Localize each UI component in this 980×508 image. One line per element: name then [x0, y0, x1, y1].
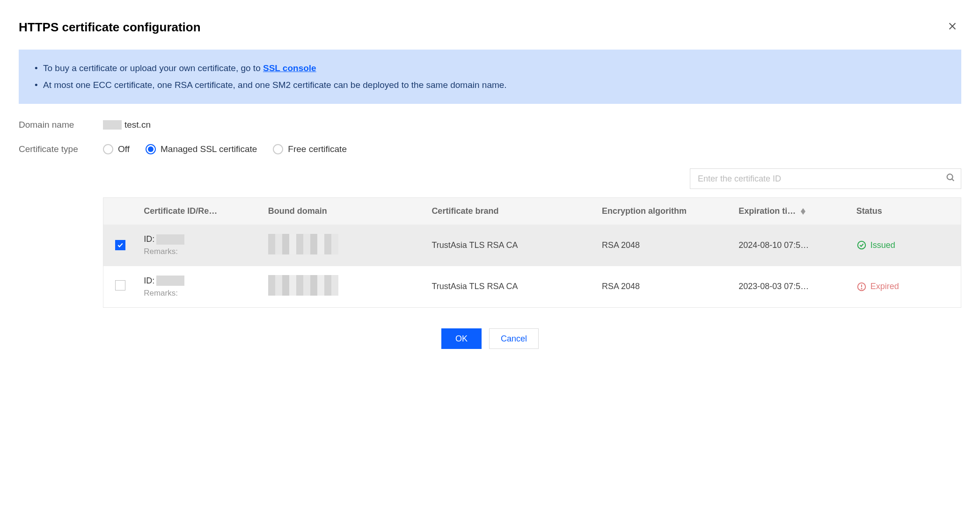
col-expiration-label: Expiration ti…	[739, 206, 796, 216]
redacted-block	[103, 120, 122, 130]
search-row	[103, 168, 961, 189]
check-circle-icon	[856, 240, 867, 250]
table-header-row: Certificate ID/Re… Bound domain Certific…	[103, 198, 961, 225]
radio-off-label: Off	[118, 144, 130, 154]
cancel-button[interactable]: Cancel	[489, 328, 539, 349]
col-brand[interactable]: Certificate brand	[425, 198, 595, 225]
check-icon	[117, 242, 124, 248]
cert-type-row: Certificate type Off Managed SSL certifi…	[19, 144, 961, 154]
col-bound-domain[interactable]: Bound domain	[262, 198, 425, 225]
radio-icon	[146, 144, 156, 154]
cert-type-label: Certificate type	[19, 144, 103, 154]
id-prefix: ID:	[144, 233, 154, 246]
search-input[interactable]	[690, 168, 961, 189]
svg-point-6	[858, 241, 866, 249]
svg-point-2	[947, 174, 953, 180]
cert-type-radio-group: Off Managed SSL certificate Free certifi…	[103, 144, 347, 154]
table-row[interactable]: ID: Remarks: TrustAsia TLS RSA CA RSA 20…	[103, 225, 961, 266]
col-algorithm[interactable]: Encryption algorithm	[595, 198, 732, 225]
sort-icon[interactable]	[801, 208, 805, 215]
redacted-block	[156, 276, 184, 286]
cert-algorithm: RSA 2048	[595, 266, 732, 308]
close-icon	[947, 21, 958, 31]
svg-line-3	[952, 179, 954, 181]
ok-button[interactable]: OK	[441, 328, 482, 349]
close-button[interactable]	[943, 19, 961, 36]
info-line-1-text: To buy a certificate or upload your own …	[43, 63, 263, 73]
domain-value: test.cn	[103, 120, 151, 130]
radio-off[interactable]: Off	[103, 144, 130, 154]
ssl-console-link[interactable]: SSL console	[263, 63, 316, 73]
dialog-title: HTTPS certificate configuration	[19, 20, 201, 35]
domain-row: Domain name test.cn	[19, 120, 961, 130]
table-row[interactable]: ID: Remarks: TrustAsia TLS RSA CA RSA 20…	[103, 266, 961, 308]
col-expiration[interactable]: Expiration ti…	[732, 198, 850, 225]
domain-suffix: test.cn	[124, 120, 151, 130]
cert-id-cell: ID: Remarks:	[144, 275, 255, 299]
domain-label: Domain name	[19, 120, 103, 130]
radio-free[interactable]: Free certificate	[273, 144, 347, 154]
col-cert-id[interactable]: Certificate ID/Re…	[137, 198, 262, 225]
certificate-table: Certificate ID/Re… Bound domain Certific…	[103, 197, 961, 308]
cert-id-cell: ID: Remarks:	[144, 233, 255, 258]
status-text: Issued	[870, 240, 895, 250]
info-line-1: To buy a certificate or upload your own …	[35, 60, 945, 77]
info-banner: To buy a certificate or upload your own …	[19, 50, 961, 104]
redacted-block	[268, 234, 338, 254]
redacted-block	[268, 275, 338, 296]
certificate-section: Certificate ID/Re… Bound domain Certific…	[103, 168, 961, 308]
radio-managed[interactable]: Managed SSL certificate	[146, 144, 257, 154]
radio-free-label: Free certificate	[288, 144, 347, 154]
status-badge: Issued	[856, 240, 954, 250]
search-icon[interactable]	[945, 173, 956, 185]
radio-icon	[103, 144, 113, 154]
status-text: Expired	[870, 282, 899, 291]
id-prefix: ID:	[144, 275, 154, 287]
dialog-footer: OK Cancel	[19, 328, 961, 349]
search-box	[690, 168, 961, 189]
cert-brand: TrustAsia TLS RSA CA	[425, 225, 595, 266]
cert-expiration: 2024-08-10 07:5…	[739, 240, 843, 250]
dialog-header: HTTPS certificate configuration	[19, 19, 961, 36]
status-badge: Expired	[856, 282, 954, 292]
cert-algorithm: RSA 2048	[595, 225, 732, 266]
svg-marker-5	[801, 211, 805, 215]
radio-icon	[273, 144, 283, 154]
col-checkbox	[103, 198, 138, 225]
row-checkbox[interactable]	[115, 240, 125, 250]
cert-brand: TrustAsia TLS RSA CA	[425, 266, 595, 308]
alert-circle-icon	[856, 282, 867, 292]
https-cert-dialog: HTTPS certificate configuration To buy a…	[19, 19, 961, 349]
svg-point-9	[861, 289, 862, 289]
row-checkbox[interactable]	[115, 280, 125, 290]
redacted-block	[156, 234, 184, 245]
remarks-label: Remarks:	[144, 246, 255, 258]
info-line-2: At most one ECC certificate, one RSA cer…	[35, 77, 945, 94]
remarks-label: Remarks:	[144, 287, 255, 299]
cert-expiration: 2023-08-03 07:5…	[739, 282, 843, 291]
radio-managed-label: Managed SSL certificate	[161, 144, 257, 154]
svg-marker-4	[801, 208, 805, 211]
col-status[interactable]: Status	[850, 198, 961, 225]
